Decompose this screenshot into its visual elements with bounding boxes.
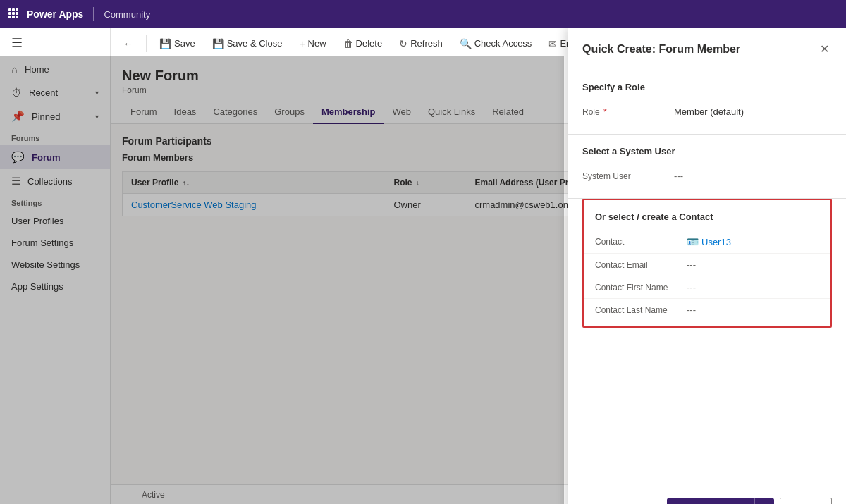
contact-email-value: ---: [687, 259, 819, 270]
contact-email-field-row: Contact Email ---: [584, 254, 830, 276]
save-dropdown-button[interactable]: ▾: [754, 498, 774, 504]
check-access-label: Check Access: [474, 38, 532, 49]
role-label: Role *: [582, 107, 674, 117]
contact-section-title: Or select / create a Contact: [584, 200, 830, 222]
role-field-row: Role * Member (default): [582, 101, 832, 123]
contact-first-name-value: ---: [687, 282, 819, 293]
email-icon: ✉: [548, 38, 557, 49]
system-user-value: ---: [674, 171, 832, 181]
cancel-button[interactable]: Cancel: [780, 498, 832, 504]
refresh-label: Refresh: [410, 38, 443, 49]
contact-box-wrapper: Or select / create a Contact Contact 🪪 U…: [568, 199, 846, 339]
check-access-icon: 🔍: [460, 38, 472, 49]
contact-last-name-value: ---: [687, 305, 819, 315]
app-grid-icon[interactable]: [8, 8, 20, 20]
new-label: New: [308, 38, 326, 49]
specify-role-title: Specify a Role: [582, 82, 832, 92]
divider: [93, 7, 94, 21]
delete-label: Delete: [356, 38, 383, 49]
hamburger-icon: ☰: [11, 36, 23, 50]
panel-close-button[interactable]: ✕: [817, 39, 832, 59]
save-close-group: Save and Close ▾: [667, 498, 774, 504]
back-button[interactable]: ←: [116, 34, 140, 54]
contact-user-icon: 🪪: [687, 236, 699, 247]
save-close-icon: 💾: [212, 38, 224, 49]
contact-user-name: User13: [701, 237, 731, 247]
top-bar: Power Apps Community: [0, 0, 846, 28]
modal-overlay: [0, 56, 564, 504]
contact-last-name-field-row: Contact Last Name ---: [584, 299, 830, 326]
save-icon: 💾: [159, 38, 171, 49]
contact-first-name-field-row: Contact First Name ---: [584, 276, 830, 299]
panel-header: Quick Create: Forum Member ✕: [568, 28, 846, 70]
back-icon: ←: [123, 38, 133, 49]
separator: [146, 35, 147, 52]
delete-button[interactable]: 🗑 Delete: [336, 34, 390, 54]
save-close-label: Save & Close: [227, 38, 283, 49]
close-icon: ✕: [820, 43, 829, 55]
contact-label: Contact: [595, 237, 687, 247]
role-value: Member (default): [674, 106, 832, 117]
new-icon: +: [299, 38, 305, 49]
community-label: Community: [104, 9, 150, 20]
panel-footer: Save and Close ▾ Cancel: [568, 486, 846, 504]
contact-field-row: Contact 🪪 User13: [584, 231, 830, 254]
panel-body: Specify a Role Role * Member (default) S…: [568, 70, 846, 486]
refresh-icon: ↻: [399, 38, 407, 49]
save-button[interactable]: 💾 Save: [152, 34, 202, 54]
save-label: Save: [174, 38, 195, 49]
save-and-close-button[interactable]: Save and Close: [667, 498, 754, 504]
refresh-button[interactable]: ↻ Refresh: [392, 34, 450, 54]
contact-email-label: Contact Email: [595, 260, 687, 270]
contact-last-name-label: Contact Last Name: [595, 305, 687, 315]
save-close-button[interactable]: 💾 Save & Close: [205, 34, 290, 54]
delete-icon: 🗑: [343, 38, 353, 49]
contact-section: Or select / create a Contact Contact 🪪 U…: [582, 199, 832, 328]
system-user-field-row: System User ---: [582, 165, 832, 187]
panel-title: Quick Create: Forum Member: [582, 43, 740, 56]
menu-button[interactable]: ☰: [0, 28, 110, 58]
system-user-section: Select a System User System User ---: [568, 135, 846, 199]
contact-first-name-label: Contact First Name: [595, 283, 687, 293]
check-access-button[interactable]: 🔍 Check Access: [453, 34, 539, 54]
contact-value[interactable]: 🪪 User13: [687, 236, 819, 247]
app-logo: Power Apps: [27, 8, 83, 20]
system-user-title: Select a System User: [582, 146, 832, 156]
required-indicator: *: [603, 107, 607, 117]
quick-create-panel: Quick Create: Forum Member ✕ Specify a R…: [568, 28, 846, 504]
new-button[interactable]: + New: [292, 34, 333, 54]
system-user-label: System User: [582, 171, 674, 181]
specify-role-section: Specify a Role Role * Member (default): [568, 70, 846, 135]
